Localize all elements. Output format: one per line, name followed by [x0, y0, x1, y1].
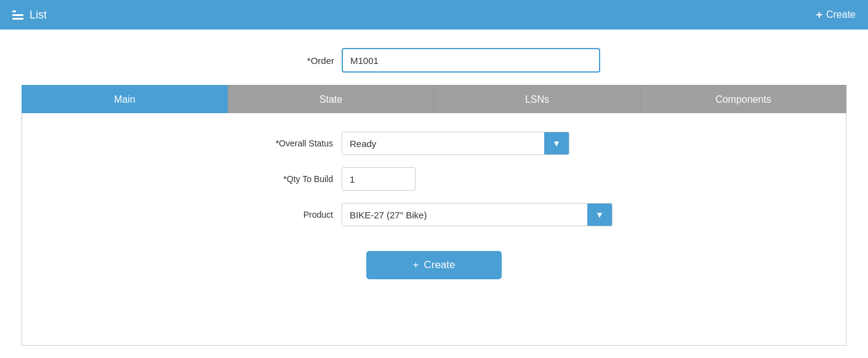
- overall-status-dropdown[interactable]: Ready ▼: [342, 132, 569, 155]
- overall-status-row: *Overall Status Ready ▼: [219, 132, 649, 155]
- order-label: *Order: [268, 55, 342, 66]
- product-row: Product BIKE-27 (27" Bike) ▼: [219, 203, 649, 226]
- tabs-row: Main State LSNs Components: [22, 85, 846, 113]
- chevron-down-icon: ▼: [552, 138, 561, 148]
- qty-to-build-input[interactable]: [342, 167, 416, 191]
- main-content: *Order Main State LSNs Components: [0, 30, 868, 358]
- header: List + Create: [0, 0, 868, 30]
- qty-to-build-row: *Qty To Build: [219, 167, 649, 191]
- plus-icon-bottom: +: [413, 259, 419, 271]
- form-container: *Overall Status Ready ▼ *Qty To Build Pr…: [22, 113, 846, 346]
- qty-to-build-label: *Qty To Build: [219, 174, 342, 184]
- tab-main-label: Main: [114, 94, 135, 105]
- order-row: *Order: [0, 48, 868, 73]
- header-title: List: [30, 9, 47, 22]
- overall-status-label: *Overall Status: [219, 138, 342, 148]
- header-create-label: Create: [826, 9, 856, 20]
- product-label: Product: [219, 210, 342, 220]
- list-icon[interactable]: [12, 10, 23, 20]
- tab-main[interactable]: Main: [22, 85, 228, 113]
- bottom-create-button[interactable]: + Create: [366, 251, 502, 279]
- tabs-container: Main State LSNs Components: [22, 85, 846, 113]
- tab-components-label: Components: [715, 94, 771, 105]
- product-value: BIKE-27 (27" Bike): [342, 204, 587, 226]
- overall-status-dropdown-btn[interactable]: ▼: [544, 132, 569, 154]
- header-create-button[interactable]: + Create: [816, 9, 856, 22]
- tab-state-label: State: [319, 94, 342, 105]
- product-dropdown-btn[interactable]: ▼: [587, 204, 612, 226]
- order-input[interactable]: [342, 48, 600, 73]
- header-left: List: [12, 9, 47, 22]
- plus-icon: +: [816, 9, 822, 22]
- tab-components[interactable]: Components: [640, 85, 846, 113]
- product-dropdown[interactable]: BIKE-27 (27" Bike) ▼: [342, 203, 613, 226]
- bottom-create-label: Create: [424, 259, 455, 271]
- chevron-down-icon-product: ▼: [595, 210, 604, 220]
- overall-status-value: Ready: [342, 132, 544, 154]
- tab-lsns-label: LSNs: [525, 94, 549, 105]
- tab-lsns[interactable]: LSNs: [434, 85, 640, 113]
- tab-state[interactable]: State: [228, 85, 434, 113]
